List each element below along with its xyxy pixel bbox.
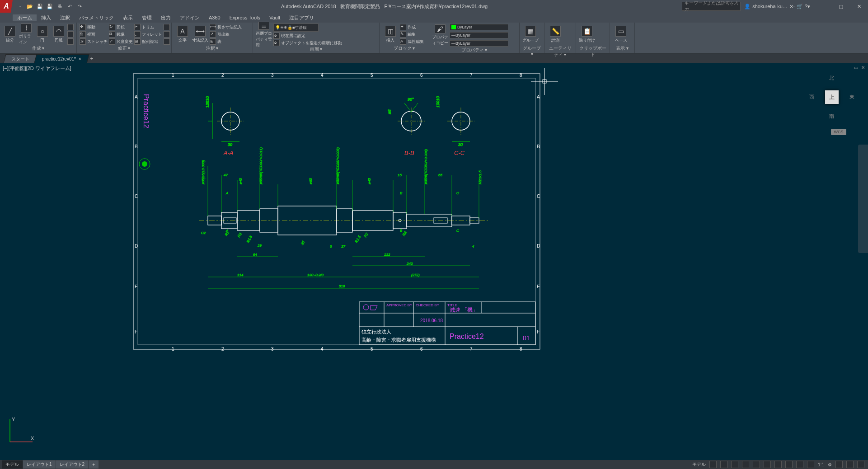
status-snap-icon[interactable] [720,461,727,468]
status-gear-icon[interactable]: ⚙ [828,462,832,467]
circle-button[interactable]: ○円 [35,23,50,45]
status-osnap-icon[interactable] [753,461,760,468]
fillet-button[interactable]: ◟フィレット [134,31,162,38]
help-icon[interactable]: ?▾ [805,4,810,9]
create-block-button[interactable]: ✦作成 [400,24,424,30]
layout-tab-add[interactable]: + [89,460,99,469]
status-sc-icon[interactable] [807,461,814,468]
viewcube[interactable]: 北 南 東 西 上 [809,75,854,120]
draw-misc2[interactable] [67,31,74,38]
layer-props-button[interactable]: ≣画層プロパティ管理 [256,24,272,46]
qat-new-icon[interactable]: ▫ [16,3,23,10]
viewcube-east[interactable]: 東 [849,94,854,100]
status-ortho-icon[interactable] [731,461,738,468]
vp-minimize-icon[interactable]: — [845,64,852,70]
edit-block-button[interactable]: ✎編集 [400,31,424,38]
status-lwt-icon[interactable] [774,461,782,468]
base-view-button[interactable]: ▭ベース [613,23,629,45]
line-button[interactable]: ╱線分 [3,23,18,45]
app-store-icon[interactable]: 🛒 [797,4,803,9]
close-button[interactable]: ✕ [850,0,868,13]
drawing-viewport[interactable]: [−][平面図][2D ワイヤフレーム] — ▭ ✕ 北 南 東 西 上 WCS… [0,63,868,460]
rotate-button[interactable]: ↻回転 [109,24,133,30]
tab-view[interactable]: 表示 [118,14,137,21]
tab-home[interactable]: ホーム [13,14,37,21]
status-scale[interactable]: 1:1 [818,462,824,467]
signin-icon[interactable]: 👤 [744,4,751,9]
move-to-layer[interactable]: ⬙オブジェクトを指定の画層に移動 [273,40,376,46]
linetype-combo[interactable]: — ByLayer [450,40,508,47]
tab-vault[interactable]: Vault [265,15,285,20]
tab-featured[interactable]: 注目アプリ [285,14,319,21]
status-otrack-icon[interactable] [764,461,771,468]
viewcube-south[interactable]: 南 [829,113,834,120]
trim-button[interactable]: ✂トリム [134,24,162,30]
exchange-icon[interactable]: ✕· [789,4,795,9]
tab-annotate[interactable]: 注釈 [56,14,75,21]
dimension-button[interactable]: ⟷寸法記入 [192,23,208,45]
tab-manage[interactable]: 管理 [137,14,156,21]
vp-restore-icon[interactable]: ▭ [853,64,859,70]
move-button[interactable]: ✥移動 [80,24,108,30]
tab-start[interactable]: スタート [3,54,37,63]
edit-attr-button[interactable]: A属性編集 [400,38,424,45]
status-model[interactable]: モデル [692,461,706,468]
linear-dim-button[interactable]: ⟼長さ寸法記入 [210,24,242,30]
group-button[interactable]: ▦グループ [522,23,539,45]
user-name[interactable]: shokureha-ku… [752,4,788,9]
maximize-button[interactable]: ▢ [832,0,850,13]
status-full-icon[interactable] [857,461,864,468]
layout-tab-model[interactable]: モデル [2,460,23,469]
polyline-button[interactable]: ⌇ポリライン [19,23,34,45]
qat-redo-icon[interactable]: ↷ [76,3,83,10]
qat-open-icon[interactable]: 📂 [26,3,33,10]
minimize-button[interactable]: — [814,0,832,13]
status-dyn-icon[interactable] [785,461,793,468]
arc-button[interactable]: ◠円弧 [51,23,66,45]
table-button[interactable]: ⊞表 [210,38,242,45]
viewcube-west[interactable]: 西 [809,94,814,100]
status-qu-icon[interactable] [796,461,803,468]
copy-button[interactable]: ⎘複写 [80,31,108,38]
qat-plot-icon[interactable]: 🖶 [56,3,63,10]
insert-block-button[interactable]: ◫挿入 [382,23,399,45]
match-props-button[interactable]: 🖌プロパティコピー [432,24,448,46]
tab-a360[interactable]: A360 [204,15,225,20]
viewport-label[interactable]: [−][平面図][2D ワイヤフレーム] [3,65,71,72]
tab-insert[interactable]: 挿入 [37,14,56,21]
navigation-bar[interactable] [858,145,868,253]
qat-save-icon[interactable]: 💾 [36,3,43,10]
measure-button[interactable]: 📏計測 [547,23,563,45]
paste-button[interactable]: 📋貼り付け [579,23,595,45]
vp-close-icon[interactable]: ✕ [860,64,866,70]
wcs-badge[interactable]: WCS [831,129,846,135]
tab-output[interactable]: 出力 [156,14,175,21]
status-polar-icon[interactable] [742,461,749,468]
status-iso-icon[interactable] [835,461,843,468]
layout-tab-2[interactable]: レイアウト2 [56,460,89,469]
status-grid-icon[interactable] [709,461,717,468]
mirror-button[interactable]: ⧉鏡像 [109,31,133,38]
modify-misc1[interactable] [164,24,170,30]
app-logo[interactable]: A [0,0,13,13]
set-current-layer[interactable]: ⬙現在層に設定 [273,33,376,39]
tab-close-icon[interactable]: × [79,56,81,61]
modify-misc3[interactable] [164,38,170,45]
stretch-button[interactable]: ⇲ストレッチ [80,38,108,45]
qat-saveas-icon[interactable]: 💾 [46,3,53,10]
search-input[interactable]: キーワードまたは語句を入力 [682,2,741,11]
status-clean-icon[interactable] [846,461,854,468]
leader-button[interactable]: ↗引出線 [210,31,242,38]
draw-misc3[interactable] [67,38,74,45]
viewcube-top[interactable]: 上 [825,90,839,104]
scale-button[interactable]: ⤢尺度変更 [109,38,133,45]
tab-document[interactable]: practice12rev01*× [34,54,89,63]
text-button[interactable]: A文字 [174,23,191,45]
array-button[interactable]: ⊞配列複写 [134,38,162,45]
qat-undo-icon[interactable]: ↶ [66,3,73,10]
tab-parametric[interactable]: パラメトリック [75,14,118,21]
draw-misc1[interactable] [67,24,74,30]
tab-addins[interactable]: アドイン [175,14,204,21]
tab-express[interactable]: Express Tools [225,15,265,20]
lineweight-combo[interactable]: — ByLayer [450,32,508,38]
